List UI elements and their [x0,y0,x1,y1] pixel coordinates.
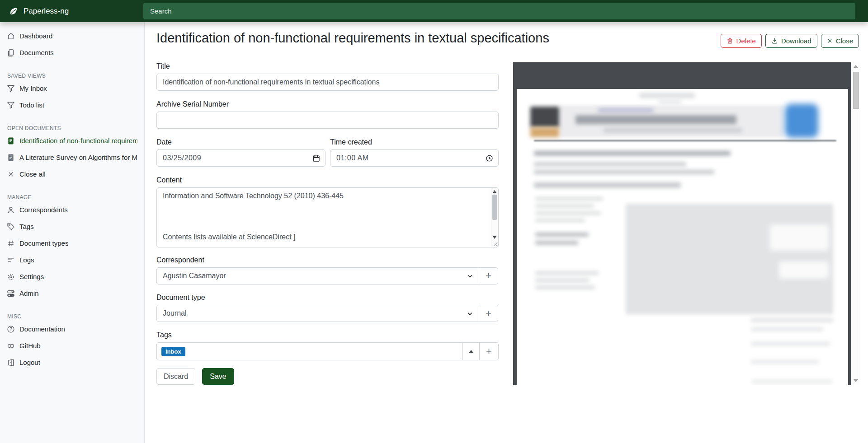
sidebar-item-label: Admin [19,289,39,297]
add-correspondent-button[interactable]: + [479,267,498,284]
sidebar-open-document-2[interactable]: A Literature Survey on Algorithms for Mu… [0,149,144,166]
date-label: Date [156,138,326,146]
add-document-type-button[interactable]: + [479,305,498,322]
sidebar-item-admin[interactable]: Admin [0,285,144,302]
save-button[interactable]: Save [202,368,234,385]
time-created-label: Time created [330,138,499,146]
blur-shape [535,212,601,215]
sidebar-item-correspondents[interactable]: Correspondents [0,201,144,218]
scroll-down-icon[interactable] [854,379,858,382]
toggles-icon [7,289,15,298]
delete-button[interactable]: Delete [721,34,762,48]
home-icon [7,32,15,40]
blur-shape [530,127,559,137]
blur-shape [598,108,653,112]
correspondent-label: Correspondent [156,256,499,264]
blur-shape [534,140,836,141]
scrollbar-thumb[interactable] [492,195,497,220]
close-button[interactable]: Close [821,34,859,48]
title-input[interactable] [156,74,499,91]
blur-shape [534,182,681,188]
sidebar-item-documents[interactable]: Documents [0,44,144,61]
clock-icon[interactable] [486,154,493,162]
date-input[interactable]: 03/25/2009 [156,149,326,167]
sidebar-item-label: Document types [19,239,68,247]
content-scrollbar[interactable] [491,188,498,247]
sidebar-item-documentation[interactable]: Documentation [0,321,144,337]
sidebar-item-label: Todo list [19,101,44,109]
blur-shape [535,205,594,207]
caret-up-icon [469,350,473,353]
content-textarea[interactable]: Information and Software Technology 52 (… [156,187,499,247]
download-label: Download [781,37,811,45]
tag-badge-inbox[interactable]: Inbox [161,347,185,356]
blur-shape [785,104,818,138]
blur-shape [535,286,595,289]
sidebar-item-document-types[interactable]: Document types [0,235,144,252]
app-brand[interactable]: Paperless-ng [0,7,145,16]
search-input[interactable] [143,3,855,19]
content-line-1: Information and Software Technology 52 (… [163,192,344,200]
blur-shape [535,219,585,222]
sidebar-item-settings[interactable]: Settings [0,268,144,285]
sidebar-item-logout[interactable]: Logout [0,354,144,371]
blur-shape [770,224,829,251]
time-created-input[interactable]: 01:00 AM [330,149,499,167]
blur-shape [534,151,731,156]
blur-shape [535,271,599,275]
sidebar-item-github[interactable]: GitHub [0,337,144,354]
sidebar-item-label: Settings [19,273,44,280]
gear-icon [7,273,15,281]
scrollbar-thumb[interactable] [853,72,859,109]
sidebar-open-document-1[interactable]: Identification of non-functional require… [0,132,144,149]
sidebar-item-label: Dashboard [19,32,52,40]
discard-button[interactable]: Discard [156,368,195,385]
content-line-2: Contents lists available at ScienceDirec… [163,233,295,241]
sidebar-item-label: Close all [19,170,46,178]
blur-shape [530,107,559,127]
document-preview[interactable] [513,62,860,385]
download-icon [771,37,778,44]
scroll-up-icon[interactable] [493,190,496,193]
sidebar: Dashboard Documents SAVED VIEWS My Inbox… [0,22,145,443]
add-tag-button[interactable]: + [479,342,499,360]
close-icon [7,170,15,178]
link-icon [7,342,15,350]
preview-page [517,89,848,385]
sidebar-section-saved-views: SAVED VIEWS [0,70,144,79]
calendar-icon[interactable] [312,154,320,162]
scroll-down-icon[interactable] [493,236,496,239]
leaf-logo-icon [9,7,18,16]
sidebar-item-todo-list[interactable]: Todo list [0,97,144,113]
correspondent-select[interactable]: Agustin Casamayor [156,267,479,284]
sidebar-item-logs[interactable]: Logs [0,252,144,268]
date-value: 03/25/2009 [163,154,201,162]
preview-scrollbar[interactable] [851,62,860,385]
sidebar-item-label: Logout [19,359,40,366]
sidebar-item-label: Correspondents [19,206,68,214]
tags-input[interactable]: Inbox [156,342,463,360]
sidebar-item-my-inbox[interactable]: My Inbox [0,80,144,97]
scroll-up-icon[interactable] [854,65,858,68]
header-actions: Delete Download Close [721,34,859,48]
correspondent-value: Agustin Casamayor [163,272,226,280]
asn-label: Archive Serial Number [156,100,499,108]
document-type-select[interactable]: Journal [156,305,479,322]
tags-dropdown-toggle[interactable] [462,342,480,360]
document-type-label: Document type [156,293,499,302]
sidebar-item-tags[interactable]: Tags [0,218,144,235]
close-label: Close [836,37,853,45]
funnel-icon [7,101,15,109]
asn-input[interactable] [156,112,499,129]
tags-label: Tags [156,331,499,339]
sidebar-item-dashboard[interactable]: Dashboard [0,28,144,44]
sidebar-item-close-all[interactable]: Close all [0,166,144,182]
blur-shape [535,241,578,245]
file-text-icon [7,137,15,145]
blur-shape [576,115,736,124]
resize-grip-icon[interactable] [492,241,498,247]
download-button[interactable]: Download [765,34,817,48]
chevron-down-icon [467,273,473,280]
person-icon [7,206,15,214]
blur-shape [752,380,832,383]
